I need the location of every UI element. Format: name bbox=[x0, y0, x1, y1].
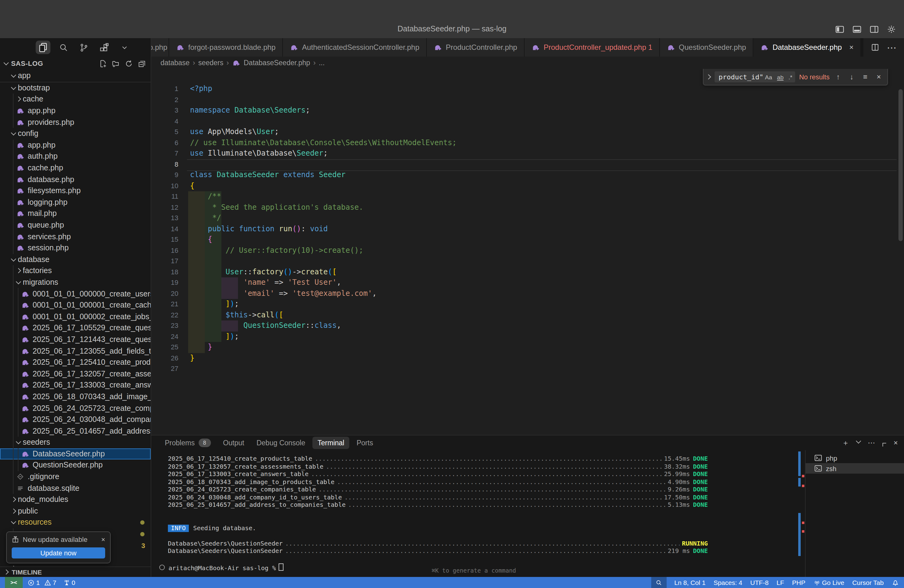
activity-extensions-icon[interactable] bbox=[96, 41, 111, 54]
tree-file-2025_06_24_025723_create_compan...[interactable]: 2025_06_24_025723_create_compan... bbox=[0, 402, 151, 414]
close-icon[interactable]: × bbox=[101, 536, 105, 543]
update-now-button[interactable]: Update now bbox=[12, 547, 105, 558]
tree-folder-database[interactable]: database bbox=[0, 254, 151, 265]
problems-status[interactable]: 1 7 bbox=[28, 579, 56, 586]
status-php[interactable]: PHP bbox=[792, 579, 805, 586]
tree-file-2025_06_17_133003_create_answers_...[interactable]: 2025_06_17_133003_create_answers_... bbox=[0, 379, 151, 391]
terminal-instance-php[interactable]: php bbox=[806, 453, 904, 463]
status-lf[interactable]: LF bbox=[777, 579, 784, 586]
toggle-secondary-sidebar-icon[interactable] bbox=[868, 24, 879, 35]
tree-file-2025_06_17_132057_create_assessme...[interactable]: 2025_06_17_132057_create_assessme... bbox=[0, 368, 151, 379]
tree-file-0001_01_01_000002_create_jobs_tab...[interactable]: 0001_01_01_000002_create_jobs_tab... bbox=[0, 311, 151, 322]
close-find-button[interactable]: × bbox=[874, 73, 884, 81]
ports-status[interactable]: 0 bbox=[63, 579, 75, 586]
breadcrumb[interactable]: database›seeders›DatabaseSeeder.php›... bbox=[151, 57, 904, 69]
tree-file-app.php[interactable]: app.php bbox=[0, 139, 151, 151]
close-tab-icon[interactable]: × bbox=[849, 43, 853, 52]
activity-source-control-icon[interactable] bbox=[76, 41, 91, 54]
chevron-down-icon[interactable] bbox=[4, 61, 9, 66]
close-panel-icon[interactable]: × bbox=[893, 439, 898, 447]
status-cursor-tab[interactable]: Cursor Tab bbox=[852, 579, 884, 586]
search-input[interactable]: product_id" v Aa ab .* bbox=[715, 71, 795, 82]
collapse-all-icon[interactable] bbox=[138, 59, 146, 67]
breadcrumb-item[interactable]: seeders bbox=[198, 59, 224, 66]
toggle-sidebar-icon[interactable] bbox=[834, 24, 845, 35]
settings-gear-icon[interactable] bbox=[885, 24, 897, 35]
panel-tab-output[interactable]: Output bbox=[218, 437, 249, 449]
tree-file-2025_06_18_070343_add_image_to_...[interactable]: 2025_06_18_070343_add_image_to_... bbox=[0, 391, 151, 402]
code-editor[interactable]: 1234567891011121314151617181920212223242… bbox=[151, 69, 904, 435]
split-editor-icon[interactable] bbox=[871, 43, 879, 52]
panel-tab-debug-console[interactable]: Debug Console bbox=[251, 437, 310, 449]
timeline-section[interactable]: TIMELINE bbox=[0, 566, 151, 577]
editor-scrollbar[interactable] bbox=[898, 89, 903, 241]
tree-file-2025_06_17_125410_create_products...[interactable]: 2025_06_17_125410_create_products... bbox=[0, 357, 151, 368]
tree-folder-node_modules[interactable]: node_modules bbox=[0, 494, 151, 505]
activity-explorer-icon[interactable] bbox=[36, 41, 51, 54]
toggle-panel-icon[interactable] bbox=[851, 24, 862, 35]
refresh-icon[interactable] bbox=[125, 59, 133, 67]
activity-more-views-icon[interactable] bbox=[117, 41, 131, 54]
tab-ProductController.php[interactable]: ProductController.php bbox=[427, 38, 525, 57]
tree-file-auth.php[interactable]: auth.php bbox=[0, 151, 151, 162]
tab-forgot-password.blade.php[interactable]: forgot-password.blade.php bbox=[169, 38, 283, 57]
tree-file-2025_06_17_121443_create_questions...[interactable]: 2025_06_17_121443_create_questions... bbox=[0, 334, 151, 345]
activity-search-icon[interactable] bbox=[56, 41, 71, 54]
tree-folder-cache[interactable]: cache bbox=[0, 93, 151, 105]
tree-file-providers.php[interactable]: providers.php bbox=[0, 117, 151, 128]
tab-QuestionSeeder.php[interactable]: QuestionSeeder.php bbox=[660, 38, 754, 57]
tree-file-2025_06_17_105529_create_question...[interactable]: 2025_06_17_105529_create_question... bbox=[0, 322, 151, 334]
tree-folder-config[interactable]: config bbox=[0, 128, 151, 139]
bell-icon[interactable] bbox=[892, 579, 899, 586]
tree-file-.gitignore[interactable]: .gitignore bbox=[0, 471, 151, 482]
panel-more-icon[interactable]: ⋯ bbox=[868, 439, 875, 447]
breadcrumb-item[interactable]: database bbox=[161, 59, 190, 66]
terminal-output[interactable]: ⌘K to generate a command 2025_06_17_1254… bbox=[151, 450, 797, 577]
tree-file-queue.php[interactable]: queue.php bbox=[0, 219, 151, 231]
status-utf-8[interactable]: UTF-8 bbox=[750, 579, 769, 586]
tree-file-2025_06_17_123055_add_fields_to_u...[interactable]: 2025_06_17_123055_add_fields_to_u... bbox=[0, 345, 151, 357]
tree-folder-public[interactable]: public bbox=[0, 505, 151, 517]
panel-tab-terminal[interactable]: Terminal bbox=[313, 437, 349, 449]
whole-word-toggle[interactable]: ab bbox=[776, 73, 785, 81]
breadcrumb-item[interactable]: DatabaseSeeder.php bbox=[244, 59, 310, 66]
tree-file-DatabaseSeeder.php[interactable]: DatabaseSeeder.php bbox=[0, 448, 151, 460]
tree-file-0001_01_01_000001_create_cache_ta...[interactable]: 0001_01_01_000001_create_cache_ta... bbox=[0, 300, 151, 311]
new-terminal-icon[interactable]: ＋ bbox=[842, 438, 849, 448]
terminal-instance-zsh[interactable]: zsh bbox=[806, 463, 904, 474]
tree-folder-app[interactable]: app bbox=[0, 70, 151, 82]
tree-folder-migrations[interactable]: migrations bbox=[0, 277, 151, 288]
status-spaces-4[interactable]: Spaces: 4 bbox=[714, 579, 742, 586]
find-expand-icon[interactable] bbox=[706, 74, 711, 79]
tree-file-database.sqlite[interactable]: database.sqlite bbox=[0, 482, 151, 494]
tab-AuthenticatedSessionController.php[interactable]: AuthenticatedSessionController.php bbox=[283, 38, 427, 57]
tree-folder-seeders[interactable]: seeders bbox=[0, 437, 151, 448]
panel-tab-problems[interactable]: Problems8 bbox=[160, 437, 215, 449]
regex-toggle[interactable]: .* bbox=[787, 73, 793, 81]
tab-DatabaseSeeder.php[interactable]: DatabaseSeeder.php× bbox=[753, 38, 861, 57]
launch-profile-icon[interactable] bbox=[856, 439, 861, 444]
tree-file-QuestionSeeder.php[interactable]: QuestionSeeder.php bbox=[0, 460, 151, 471]
match-case-toggle[interactable]: Aa bbox=[764, 73, 773, 81]
tab-ProductController_updated.php[interactable]: ProductController_updated.php 1 bbox=[525, 38, 660, 57]
status-go-live[interactable]: Go Live bbox=[813, 579, 844, 586]
tree-folder-resources[interactable]: resources bbox=[0, 517, 151, 528]
tree-file-2025_06_24_030048_add_company_...[interactable]: 2025_06_24_030048_add_company_... bbox=[0, 414, 151, 425]
tree-folder-bootstrap[interactable]: bootstrap bbox=[0, 82, 151, 93]
remote-indicator[interactable]: >< bbox=[5, 577, 23, 588]
new-file-icon[interactable] bbox=[99, 59, 107, 67]
tree-folder-factories[interactable]: factories bbox=[0, 265, 151, 277]
tree-file-database.php[interactable]: database.php bbox=[0, 174, 151, 185]
tree-file-0001_01_01_000000_create_users_ta...[interactable]: 0001_01_01_000000_create_users_ta... bbox=[0, 288, 151, 300]
tree-file-filesystems.php[interactable]: filesystems.php bbox=[0, 185, 151, 196]
more-actions-icon[interactable]: ⋯ bbox=[887, 41, 897, 53]
tree-file-mail.php[interactable]: mail.php bbox=[0, 208, 151, 219]
tree-file-session.php[interactable]: session.php bbox=[0, 242, 151, 254]
tree-file-cache.php[interactable]: cache.php bbox=[0, 162, 151, 174]
tree-file-services.php[interactable]: services.php bbox=[0, 231, 151, 242]
tree-file-2025_06_25_014657_add_address_to...[interactable]: 2025_06_25_014657_add_address_to... bbox=[0, 425, 151, 437]
maximize-panel-icon[interactable] bbox=[882, 442, 887, 447]
next-match-button[interactable]: ↓ bbox=[847, 73, 857, 81]
new-folder-icon[interactable] bbox=[112, 59, 120, 67]
find-in-selection-button[interactable]: ≡ bbox=[860, 73, 870, 81]
